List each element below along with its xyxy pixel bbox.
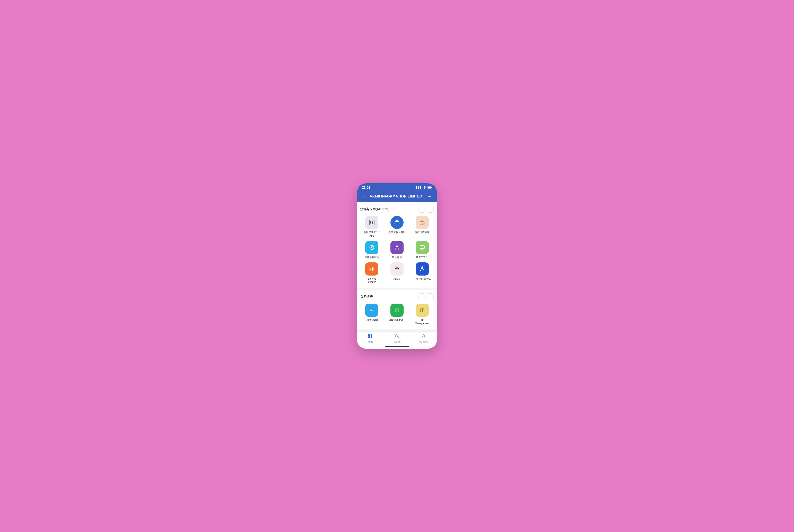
svg-rect-4 xyxy=(372,222,373,222)
svg-rect-19 xyxy=(371,269,372,270)
more-button-all-staff[interactable]: ··· xyxy=(427,206,434,213)
app-label-admin-process: 行政流程应用 xyxy=(415,231,430,234)
app-grid-company-ops: 合同管理(Biz) 研发管理(POD) xyxy=(360,304,434,325)
battery-icon xyxy=(428,186,432,189)
search-icon xyxy=(395,334,399,340)
app-label-it-assets: IT资产管理 xyxy=(416,256,428,259)
app-hr-process[interactable]: 人事流程及管理 xyxy=(385,216,409,238)
app-finance[interactable]: ¥ 财务流程应用 xyxy=(360,241,383,259)
app-label-ask-ai: Ask AI xyxy=(394,277,400,281)
app-project-mgmt[interactable]: 项目管理&工作周报 xyxy=(360,216,383,238)
app-icon-finance: ¥ xyxy=(365,241,378,254)
svg-rect-2 xyxy=(432,187,432,188)
nav-label-my-items: My Items xyxy=(419,340,428,343)
svg-point-30 xyxy=(395,335,398,337)
app-icon-service-inbound xyxy=(365,262,378,276)
wifi-icon xyxy=(423,186,426,189)
app-icon-career-test xyxy=(416,262,429,276)
svg-point-21 xyxy=(396,268,398,269)
section-title-company-ops: 公司运营 xyxy=(360,295,373,299)
status-time: 23:02 xyxy=(362,186,371,189)
nav-label-search: Search xyxy=(394,340,401,343)
add-button-all-staff[interactable]: + xyxy=(418,206,426,213)
app-icon-kpi xyxy=(391,241,403,254)
home-bar xyxy=(385,346,409,347)
app-label-contract: 合同管理(Biz) xyxy=(364,318,379,322)
section-all-staff: 流程与应用(All Staff) + ··· xyxy=(357,203,437,288)
header: ‹ AKMII INFORMATION LIMITED ··· xyxy=(357,191,437,203)
nav-apps[interactable]: Apps xyxy=(357,334,384,343)
app-rd-mgmt[interactable]: 研发管理(POD) xyxy=(385,304,409,325)
svg-rect-29 xyxy=(371,336,373,338)
app-it-mgmt[interactable]: IT ITManagement xyxy=(411,304,434,325)
app-icon-project-mgmt xyxy=(365,216,378,229)
section-company-ops: 公司运营 + ··· 合同管理(Biz) xyxy=(357,290,437,329)
app-icon-contract xyxy=(365,304,378,317)
nav-search[interactable]: Search xyxy=(384,334,410,343)
more-button[interactable]: ··· xyxy=(426,193,433,200)
section-actions-all-staff: + ··· xyxy=(418,206,434,213)
app-contract[interactable]: 合同管理(Biz) xyxy=(360,304,383,325)
app-label-career-test: 职业锚自我测试 xyxy=(414,277,431,281)
svg-rect-5 xyxy=(372,222,373,223)
svg-rect-28 xyxy=(368,336,370,338)
app-kpi[interactable]: 绩效考评 xyxy=(385,241,409,259)
app-career-test[interactable]: 职业锚自我测试 xyxy=(411,262,434,284)
nav-label-apps: Apps xyxy=(368,340,373,343)
app-service-inbound[interactable]: ServiceInbound xyxy=(360,262,383,284)
app-icon-rd-mgmt xyxy=(391,304,403,317)
section-header-company-ops: 公司运营 + ··· xyxy=(360,293,434,300)
section-actions-company-ops: + ··· xyxy=(418,293,434,300)
svg-point-14 xyxy=(396,245,398,247)
app-label-project-mgmt: 项目管理&工作周报 xyxy=(364,231,380,238)
app-grid-all-staff: 项目管理&工作周报 人事流程及管理 xyxy=(360,216,434,284)
app-label-rd-mgmt: 研发管理(POD) xyxy=(389,318,405,322)
app-label-hr-process: 人事流程及管理 xyxy=(389,231,405,234)
status-bar: 23:02 ▋▋▋ xyxy=(357,183,437,191)
section-header-all-staff: 流程与应用(All Staff) + ··· xyxy=(360,206,434,213)
svg-rect-15 xyxy=(420,246,424,248)
svg-rect-17 xyxy=(371,268,372,268)
svg-rect-27 xyxy=(371,334,373,336)
scroll-content: 流程与应用(All Staff) + ··· xyxy=(357,203,437,331)
svg-rect-6 xyxy=(372,223,373,224)
app-label-kpi: 绩效考评 xyxy=(392,256,402,259)
app-icon-ask-ai xyxy=(391,262,403,276)
phone-frame: 23:02 ▋▋▋ ‹ AKMII INFORMATION LIMITED ··… xyxy=(357,183,437,349)
svg-rect-25 xyxy=(396,312,398,312)
app-ask-ai[interactable]: Ask AI xyxy=(385,262,409,284)
apps-icon xyxy=(368,334,373,340)
app-icon-it-assets xyxy=(416,241,429,254)
svg-rect-1 xyxy=(428,187,431,188)
svg-text:¥: ¥ xyxy=(371,246,373,249)
app-label-service-inbound: ServiceInbound xyxy=(367,277,376,284)
my-items-icon xyxy=(421,334,426,340)
svg-rect-23 xyxy=(370,308,373,312)
app-label-finance: 财务流程应用 xyxy=(364,256,379,259)
bottom-nav: Apps Search My Items xyxy=(357,331,437,344)
signal-icon: ▋▋▋ xyxy=(416,186,422,189)
svg-point-31 xyxy=(423,335,424,336)
app-icon-admin-process xyxy=(416,216,429,229)
section-title-all-staff: 流程与应用(All Staff) xyxy=(360,207,390,211)
back-button[interactable]: ‹ xyxy=(361,193,366,200)
app-icon-it-mgmt: IT xyxy=(416,304,429,317)
app-it-assets[interactable]: IT资产管理 xyxy=(411,241,434,259)
nav-my-items[interactable]: My Items xyxy=(410,334,437,343)
svg-point-11 xyxy=(421,223,422,224)
add-button-company-ops[interactable]: + xyxy=(418,293,426,300)
status-icons: ▋▋▋ xyxy=(416,186,432,189)
more-button-company-ops[interactable]: ··· xyxy=(427,293,434,300)
app-icon-hr-process xyxy=(391,216,403,229)
header-title: AKMII INFORMATION LIMITED xyxy=(370,194,422,198)
svg-point-9 xyxy=(396,220,398,222)
home-indicator xyxy=(357,344,437,349)
svg-rect-18 xyxy=(371,269,372,269)
svg-rect-26 xyxy=(368,334,370,336)
app-label-it-mgmt: ITManagement xyxy=(415,318,429,325)
app-admin-process[interactable]: 行政流程应用 xyxy=(411,216,434,238)
